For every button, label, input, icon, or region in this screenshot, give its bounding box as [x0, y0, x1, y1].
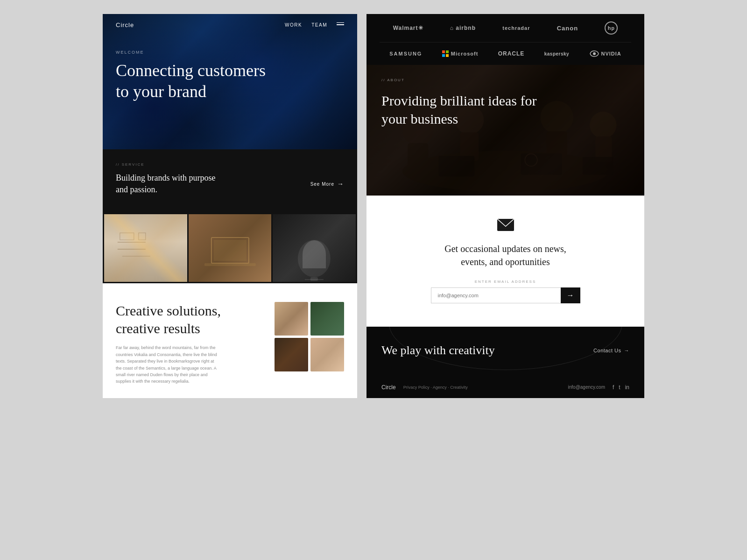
- cta-top-row: We play with creativity Contact Us →: [381, 343, 629, 357]
- brands-bar: Walmart✳︎ ⌂ airbnb techradar Canon hp SA…: [366, 14, 644, 65]
- about-title: Providing brilliant ideas for your busin…: [381, 91, 559, 128]
- footer-left: Circle Privacy Policy · Agency · Creativ…: [381, 384, 468, 391]
- service-image-chair: [273, 214, 356, 282]
- team-photo-2: [310, 302, 344, 336]
- contact-us-button[interactable]: Contact Us →: [593, 348, 629, 353]
- brand-oracle: ORACLE: [498, 50, 525, 57]
- brand-hp: hp: [605, 21, 618, 35]
- cta-title: We play with creativity: [381, 343, 495, 357]
- submit-arrow-icon: →: [567, 291, 574, 300]
- svg-rect-6: [214, 240, 247, 261]
- brand-walmart: Walmart✳︎: [393, 25, 423, 31]
- footer-links: Privacy Policy · Agency · Creativity: [403, 385, 468, 390]
- brands-row-1: Walmart✳︎ ⌂ airbnb techradar Canon hp: [380, 14, 631, 42]
- nav-link-work[interactable]: WORK: [285, 22, 302, 28]
- brand-microsoft: Microsoft: [442, 50, 479, 57]
- svg-point-8: [298, 240, 331, 277]
- team-photo-1: [275, 302, 308, 336]
- email-input[interactable]: [431, 287, 561, 303]
- brands-row-2: SAMSUNG Microsoft ORACLE kaspersky: [380, 42, 631, 65]
- see-more-arrow-icon: →: [337, 180, 344, 188]
- footer-bar: Circle Privacy Policy · Agency · Creativ…: [366, 377, 644, 398]
- twitter-icon[interactable]: t: [619, 384, 620, 391]
- about-section: // ABOUT Providing brilliant ideas for y…: [366, 65, 644, 196]
- right-panel: Walmart✳︎ ⌂ airbnb techradar Canon hp SA…: [366, 14, 644, 398]
- svg-rect-3: [139, 233, 146, 240]
- newsletter-title: Get occasional updates on news, events, …: [385, 242, 626, 268]
- service-images-row: [103, 209, 357, 283]
- page-wrapper: Circle WORK TEAM WELCOME Connecting cust…: [103, 14, 644, 398]
- brand-canon: Canon: [557, 25, 578, 32]
- cta-section: We play with creativity Contact Us → Cir…: [366, 327, 644, 398]
- svg-rect-2: [120, 233, 134, 240]
- about-content: // ABOUT Providing brilliant ideas for y…: [366, 65, 644, 141]
- creative-title: Creative solutions, creative results: [116, 302, 265, 337]
- service-row: Building brands with purpose and passion…: [116, 172, 344, 196]
- instagram-icon[interactable]: in: [625, 384, 629, 391]
- see-more-button[interactable]: See More →: [310, 180, 344, 188]
- footer-logo: Circle: [381, 384, 396, 391]
- hero-section: Circle WORK TEAM WELCOME Connecting cust…: [103, 14, 357, 149]
- service-image-laptop: [189, 214, 272, 282]
- facebook-icon[interactable]: f: [613, 384, 614, 391]
- creative-row: Creative solutions, creative results Far…: [116, 302, 344, 385]
- newsletter-section: Get occasional updates on news, events, …: [366, 196, 644, 327]
- contact-arrow-icon: →: [624, 348, 630, 353]
- left-panel: Circle WORK TEAM WELCOME Connecting cust…: [103, 14, 357, 398]
- service-section: // SERVICE Building brands with purpose …: [103, 149, 357, 209]
- hero-nav: Circle WORK TEAM: [103, 14, 357, 36]
- hero-content: WELCOME Connecting customers to your bra…: [103, 36, 357, 102]
- newsletter-form: →: [431, 287, 580, 303]
- brand-airbnb: ⌂ airbnb: [450, 25, 476, 31]
- team-photo-3: [275, 338, 308, 371]
- welcome-label: WELCOME: [116, 50, 344, 55]
- newsletter-submit-button[interactable]: →: [561, 287, 580, 303]
- brand-samsung: SAMSUNG: [389, 51, 422, 56]
- footer-email: info@agency.com: [568, 385, 605, 390]
- creative-left: Creative solutions, creative results Far…: [116, 302, 265, 385]
- service-title: Building brands with purpose and passion…: [116, 172, 216, 196]
- brand-nvidia: NVIDIA: [589, 50, 621, 57]
- svg-point-11: [593, 52, 596, 55]
- nav-link-team[interactable]: TEAM: [311, 22, 327, 28]
- service-image-sketch: [104, 214, 187, 282]
- brand-kaspersky: kaspersky: [544, 51, 569, 56]
- brand-techradar: techradar: [502, 25, 530, 31]
- site-logo: Circle: [116, 21, 134, 28]
- nvidia-icon: [589, 50, 599, 57]
- newsletter-label: ENTER EMAIL ADDRESS: [385, 280, 626, 284]
- about-label: // ABOUT: [381, 78, 629, 82]
- nav-links: WORK TEAM: [285, 22, 344, 28]
- menu-icon[interactable]: [337, 22, 344, 28]
- team-photo-grid: [275, 302, 344, 371]
- creative-section: Creative solutions, creative results Far…: [103, 283, 357, 398]
- svg-rect-7: [204, 263, 256, 266]
- footer-right: info@agency.com f t in: [568, 384, 629, 391]
- microsoft-grid-icon: [442, 50, 449, 57]
- mail-icon: [497, 219, 514, 231]
- service-label: // SERVICE: [116, 162, 344, 167]
- team-photo-4: [310, 338, 344, 371]
- hero-title: Connecting customers to your brand: [116, 60, 344, 102]
- social-icons: f t in: [613, 384, 629, 391]
- creative-description: Far far away, behind the word mountains,…: [116, 344, 218, 385]
